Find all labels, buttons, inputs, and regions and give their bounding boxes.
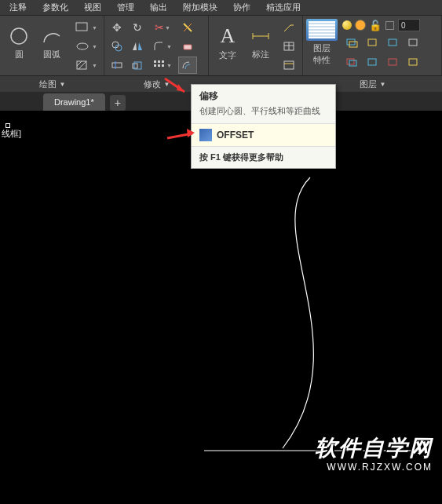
command-icon [199,129,212,141]
menu-parametric[interactable]: 参数化 [35,0,76,15]
svg-rect-17 [162,64,164,67]
erase-icon [181,40,194,53]
match-icon [407,37,419,48]
menu-featured[interactable]: 精选应用 [258,0,309,15]
layer-properties-icon [306,19,338,41]
svg-rect-20 [184,45,192,49]
text-icon: A [221,24,236,48]
polyline-tool[interactable]: ▼ [72,19,100,36]
lock-icon: 🔓 [369,20,382,31]
tooltip-description: 创建同心圆、平行线和等距曲线 [192,105,335,123]
tab-drawing1[interactable]: Drawing1* [43,93,105,111]
watermark: 软件自学网 WWW.RJZXW.COM [315,433,433,473]
menu-annotate[interactable]: 注释 [2,0,35,15]
svg-rect-15 [154,64,156,67]
lock2-icon [386,37,399,48]
menu-output[interactable]: 输出 [142,0,175,15]
menu-view[interactable]: 视图 [76,0,109,15]
ld-icon [407,57,419,68]
layer-properties-label: 图层 特性 [313,42,331,66]
explode-icon [181,21,194,34]
text-tool[interactable]: A 文字 [212,19,243,66]
ellipse-icon [75,41,91,52]
svg-rect-14 [162,60,164,63]
polyline-icon [75,22,91,33]
mirror-icon [131,40,144,53]
svg-point-2 [77,43,88,49]
svg-rect-36 [347,59,354,64]
layer-a-tool[interactable] [342,53,361,71]
menu-manage[interactable]: 管理 [109,0,142,15]
fillet-icon [153,41,166,52]
svg-rect-12 [154,60,156,63]
leader-tool[interactable] [279,19,298,36]
svg-rect-33 [368,39,376,46]
table2-icon [283,60,295,71]
draw-panel-title[interactable]: 绘图▼ [0,76,104,92]
circle-label: 圆 [15,49,24,60]
rotate-tool[interactable]: ↻ [128,19,147,36]
menu-bar: 注释 参数化 视图 管理 输出 附加模块 协作 精选应用 [0,0,442,16]
table-tool[interactable] [279,38,298,55]
svg-rect-35 [409,39,417,46]
text-label: 文字 [219,49,236,61]
scale-icon [131,59,144,71]
arc-tool[interactable]: 圆弧 [36,19,68,66]
viewport-label: 线框] [2,128,21,140]
dimension-tool[interactable]: 标注 [245,19,276,66]
copy-tool[interactable] [108,38,126,55]
svg-rect-1 [76,23,87,31]
svg-rect-13 [158,60,160,63]
tooltip-help: 按 F1 键获得更多帮助 [192,147,335,168]
svg-rect-16 [158,64,160,67]
offset-icon [181,59,194,71]
scale-tool[interactable] [128,57,147,74]
erase-tool[interactable] [178,38,197,55]
stretch-tool[interactable] [108,57,126,74]
layer-state-row[interactable]: 🔓 0 [342,19,422,31]
leader-icon [283,22,295,33]
stretch-icon [111,59,123,71]
svg-rect-29 [284,61,294,69]
circle-tool[interactable]: 圆 [3,19,35,66]
svg-rect-40 [409,59,417,65]
layer-freeze-tool[interactable] [363,34,382,51]
array-icon [153,60,166,71]
layer-select[interactable]: 0 [398,19,420,31]
tooltip-command: OFFSET [217,130,254,141]
offset-tool[interactable] [178,57,197,74]
new-tab-button[interactable]: + [110,95,126,111]
arc-label: 圆弧 [43,49,60,60]
move-tool[interactable]: ✥ [108,19,126,36]
layer-iso-tool[interactable] [342,34,361,51]
layer-properties[interactable]: 图层 特性 [306,19,338,66]
table2-tool[interactable] [279,57,298,74]
layer-b-tool[interactable] [363,53,382,71]
svg-rect-37 [349,60,356,66]
explode-tool[interactable] [178,19,197,36]
arrow-annotation-2 [165,126,200,145]
move-icon: ✥ [112,21,122,34]
ribbon: 圆 圆弧 ▼ ▼ ▼ ✥ ↻ [0,16,442,76]
ellipse-tool[interactable]: ▼ [72,38,100,55]
offset-tooltip: 偏移 创建同心圆、平行线和等距曲线 OFFSET 按 F1 键获得更多帮助 [191,84,336,169]
tooltip-command-row: OFFSET [192,124,335,146]
svg-rect-10 [133,64,137,68]
layer-match-tool[interactable] [404,34,422,51]
trim-tool[interactable]: ✂▼ [148,19,177,36]
hatch-tool[interactable]: ▼ [72,57,100,74]
svg-marker-43 [177,84,184,92]
svg-point-0 [11,28,27,44]
menu-addins[interactable]: 附加模块 [175,0,225,15]
layer-lock-tool[interactable] [383,34,402,51]
menu-collab[interactable]: 协作 [225,0,258,15]
svg-rect-38 [368,59,376,65]
mirror-tool[interactable] [128,38,147,55]
lightbulb-icon [342,20,352,30]
svg-line-24 [284,25,290,31]
array-tool[interactable]: ▼ [148,57,177,74]
watermark-cn: 软件自学网 [315,433,433,463]
layer-d-tool[interactable] [404,53,422,71]
layer-c-tool[interactable] [383,53,402,71]
fillet-tool[interactable]: ▼ [148,38,177,55]
